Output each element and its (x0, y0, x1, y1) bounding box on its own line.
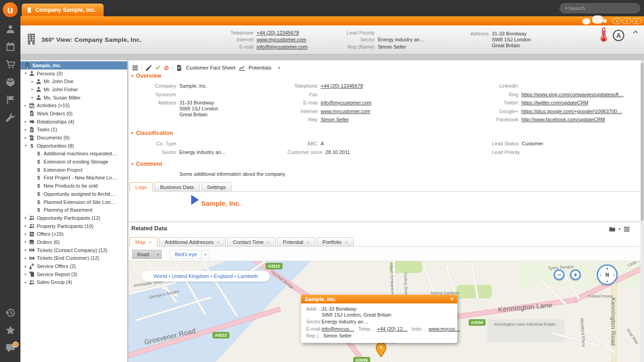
expander-icon[interactable]: ▸ (23, 264, 28, 268)
expander-icon[interactable]: ▸ (23, 280, 28, 284)
tree-item[interactable]: $Planning of Basement (20, 206, 127, 214)
potentials-button[interactable]: Potentials (248, 65, 272, 70)
chevron-down-icon[interactable]: ▾ (278, 66, 280, 70)
pan-right-icon[interactable]: › (613, 273, 614, 278)
popup-link[interactable]: info@mycus… (322, 326, 354, 332)
expander-icon[interactable]: ▸ (23, 248, 28, 252)
zoom-in-button[interactable]: + (570, 269, 581, 280)
section-overview[interactable]: ▾Overview (131, 73, 161, 79)
field-value[interactable]: https://twitter.com/updateCRM (521, 99, 588, 107)
tab-potential[interactable]: Potential× (277, 237, 315, 247)
tab-portfolio[interactable]: Portfolio× (317, 237, 354, 247)
tree-item[interactable]: $New Products to be sold (20, 182, 127, 190)
chevron-up-icon[interactable] (633, 30, 639, 34)
search-input[interactable] (569, 5, 639, 11)
tree-item[interactable]: ▸Property Participants (10) (20, 222, 127, 230)
search-box[interactable]: ▾ (560, 3, 640, 13)
field-value[interactable]: +44 (20) 12345678 (257, 30, 299, 36)
tree-item[interactable]: ▾Persons (3) (20, 69, 127, 78)
expander-icon[interactable]: ▸ (23, 224, 28, 228)
feedback-chat-button[interactable]: ! (0, 339, 20, 357)
section-classification[interactable]: ▾Classification (131, 130, 173, 136)
expander-icon[interactable]: ▸ (23, 256, 28, 260)
chevron-down-icon[interactable]: ▾ (565, 6, 567, 10)
expander-icon[interactable]: ▸ (23, 136, 28, 140)
cancel-icon[interactable]: ⊘ (164, 64, 169, 71)
expander-icon[interactable]: ▸ (23, 272, 28, 276)
folder-icon[interactable] (609, 226, 616, 233)
close-icon[interactable]: × (267, 239, 269, 245)
field-value[interactable]: www.mycustomer.com (321, 107, 370, 116)
close-icon[interactable]: × (307, 239, 309, 245)
pan-down-icon[interactable]: ▼ (606, 280, 609, 283)
expander-icon[interactable]: ▸ (30, 87, 35, 91)
tree-item[interactable]: $Opportunity assigned to Archit… (20, 190, 127, 198)
auto-circle-icon[interactable]: A (612, 29, 625, 42)
tab-business-data[interactable]: Business Data (154, 182, 200, 192)
expander-icon[interactable]: ▸ (23, 240, 28, 244)
expand-record-button[interactable]: ▾ (622, 18, 631, 24)
expander-icon[interactable]: ▸ (23, 104, 28, 108)
company-tab[interactable]: Company Sample, Inc. (22, 4, 104, 16)
tree-item[interactable]: ▸Activities (>15) (20, 101, 127, 109)
prev-record-button[interactable]: ◂ (612, 18, 621, 24)
tree-item[interactable]: $Additional machines requested… (20, 150, 127, 158)
tree-item[interactable]: ▸Documents (9) (20, 134, 127, 142)
tree-item[interactable]: ▸Tasks (1) (20, 126, 127, 134)
tree-item[interactable]: ▸Tickets (Contact Company) (12) (20, 246, 127, 254)
close-icon[interactable]: × (149, 239, 151, 245)
map-breadcrumb[interactable]: World • United Kingdom • England • Lambe… (142, 271, 270, 282)
collapse-icon[interactable]: ▾ (131, 74, 134, 78)
tree-item[interactable]: ▸Service Offers (2) (20, 262, 127, 270)
next-record-button[interactable]: ▸ (632, 18, 641, 24)
close-icon[interactable]: × (451, 296, 454, 302)
map-canvas[interactable]: World • United Kingdom • England • Lambe… (129, 261, 640, 362)
expander-icon[interactable]: ▾ (23, 144, 28, 148)
tree-item[interactable]: ▸Ms. Susan Miller (20, 94, 127, 102)
edit-icon[interactable] (145, 64, 152, 71)
popup-link[interactable]: +44 (20) 12… (377, 326, 408, 332)
field-value[interactable]: info@mycustomer.com (321, 99, 372, 107)
user-button[interactable] (0, 20, 20, 38)
flag-button[interactable] (0, 91, 20, 109)
app-logo[interactable]: u (3, 2, 18, 17)
check-icon[interactable]: ✔ (155, 64, 161, 71)
tab-contact-time[interactable]: Contact Time× (227, 237, 276, 247)
wrench-button[interactable] (0, 109, 20, 126)
close-icon[interactable]: × (345, 239, 347, 245)
fact-sheet-icon[interactable] (176, 64, 183, 71)
tree-item[interactable]: ▸Orders (6) (20, 238, 127, 246)
history-button[interactable] (0, 303, 20, 321)
tree-item[interactable]: $Planned Extension of Site Lon… (20, 198, 127, 206)
tree-item[interactable]: ▸Tickets (End Customer) (12) (20, 254, 127, 263)
list-icon[interactable] (623, 226, 630, 233)
chevron-down-icon[interactable]: ▾ (154, 250, 161, 258)
tree-item[interactable]: ▸Sales Group (4) (20, 278, 127, 287)
field-value[interactable]: https://plus.google.com/+google#10063700… (521, 107, 622, 116)
tab-settings[interactable]: Settings (201, 182, 232, 192)
field-value[interactable]: http://www.facebook.com/updateCRM (521, 115, 605, 124)
field-value[interactable]: +44 (20) 12345678 (321, 82, 363, 90)
tree-item[interactable]: $First Project - New Machine Lo… (20, 174, 127, 182)
tree-item-root[interactable]: Sample, Inc. (20, 61, 127, 69)
field-value[interactable]: Simon Seller (321, 115, 349, 124)
collapse-icon[interactable]: ▾ (131, 131, 134, 135)
field-value[interactable]: info@mycustomer.com (257, 44, 307, 50)
tree-item[interactable]: ▸Mr. John Fisher (20, 85, 127, 94)
favorites-star-button[interactable] (0, 321, 20, 339)
map-pin-icon[interactable] (375, 342, 387, 357)
pan-left-icon[interactable]: ‹ (600, 273, 601, 278)
section-comment[interactable]: ▾Comment (131, 161, 162, 167)
popup-link[interactable]: www.mycus… (429, 326, 460, 332)
tree-item[interactable]: ▸%Offers (>15) (20, 230, 127, 238)
thermometer-icon[interactable] (599, 27, 608, 43)
close-icon[interactable]: × (217, 239, 219, 245)
scrollbar-thumb[interactable] (641, 63, 644, 221)
expander-icon[interactable]: ▸ (23, 216, 28, 220)
expander-icon[interactable]: ▸ (30, 79, 35, 84)
pan-up-icon[interactable]: ▲ (606, 267, 609, 270)
tab-map[interactable]: Map× (129, 237, 158, 247)
expander-icon[interactable]: ▸ (23, 232, 28, 236)
map-view-road[interactable]: Road▾ (132, 250, 162, 259)
chart-icon[interactable] (238, 64, 245, 71)
